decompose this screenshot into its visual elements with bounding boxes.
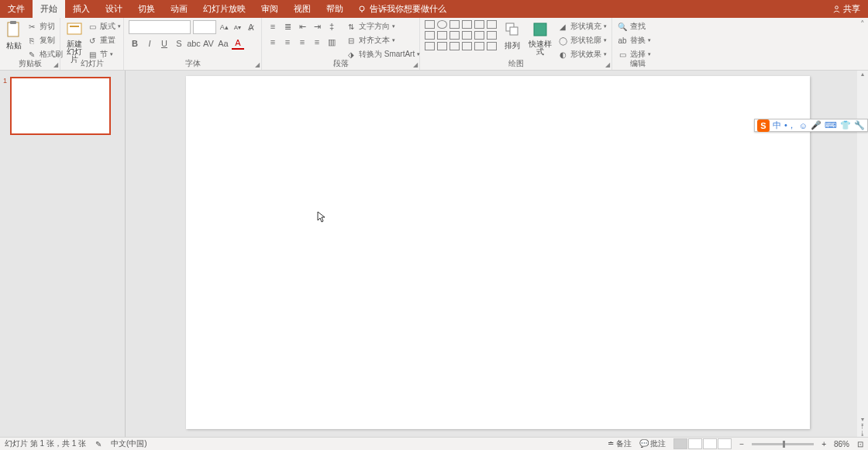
paragraph-dialog-launcher[interactable]: ◢ xyxy=(413,61,418,68)
reading-view-button[interactable] xyxy=(703,438,717,449)
arrange-icon xyxy=(505,22,520,37)
paste-label: 粘贴 xyxy=(6,40,22,51)
shape-outline-button[interactable]: ◯形状轮廓▾ xyxy=(557,34,607,47)
ime-emoji-icon[interactable]: ☺ xyxy=(799,121,808,130)
reset-button[interactable]: ↺重置 xyxy=(87,34,121,47)
shape-fill-button[interactable]: ◢形状填充▾ xyxy=(557,20,607,33)
paragraph-group-label: 段落 xyxy=(262,58,419,69)
svg-rect-5 xyxy=(67,23,81,34)
increase-font-button[interactable]: A▴ xyxy=(219,21,229,33)
font-color-button[interactable]: A xyxy=(232,37,244,50)
font-family-input[interactable] xyxy=(129,20,191,34)
slide-1[interactable] xyxy=(186,76,810,429)
share-button[interactable]: 共享 xyxy=(832,3,860,15)
drawing-dialog-launcher[interactable]: ◢ xyxy=(605,61,610,68)
bold-button[interactable]: B xyxy=(129,37,141,50)
ime-skin-icon[interactable]: 👕 xyxy=(840,120,851,130)
zoom-out-button[interactable]: − xyxy=(739,440,744,448)
layout-icon: ▭ xyxy=(87,21,98,32)
tell-me-search[interactable]: 告诉我你想要做什么 xyxy=(357,3,446,15)
arrange-label: 排列 xyxy=(505,40,520,51)
language-status[interactable]: 中文(中国) xyxy=(111,438,147,449)
clipboard-dialog-launcher[interactable]: ◢ xyxy=(53,61,58,68)
svg-rect-4 xyxy=(10,21,16,24)
text-shadow-button[interactable]: abc xyxy=(188,37,200,50)
ime-mic-icon[interactable]: 🎤 xyxy=(811,120,822,130)
comments-button[interactable]: 💬 批注 xyxy=(639,438,666,449)
find-button[interactable]: 🔍查找 xyxy=(617,20,651,33)
slide-canvas-area[interactable] xyxy=(126,71,857,437)
tab-animation[interactable]: 动画 xyxy=(163,0,195,18)
sorter-view-button[interactable] xyxy=(688,438,702,449)
clipboard-icon xyxy=(5,20,22,39)
scissors-icon: ✂ xyxy=(26,21,37,32)
font-dialog-launcher[interactable]: ◢ xyxy=(255,61,260,68)
zoom-slider[interactable] xyxy=(752,443,814,445)
svg-rect-6 xyxy=(70,26,79,27)
underline-button[interactable]: U xyxy=(158,37,170,50)
align-center-button[interactable]: ≡ xyxy=(281,36,294,48)
fit-to-window-button[interactable]: ⊡ xyxy=(857,440,863,448)
zoom-level[interactable]: 86% xyxy=(834,440,849,448)
change-case-button[interactable]: Aa xyxy=(217,37,229,50)
tab-slideshow[interactable]: 幻灯片放映 xyxy=(195,0,253,18)
tab-review[interactable]: 审阅 xyxy=(253,0,286,18)
slide-counter: 幻灯片 第 1 张，共 1 张 xyxy=(5,438,86,449)
outline-icon: ◯ xyxy=(557,35,568,46)
justify-button[interactable]: ≡ xyxy=(311,36,323,48)
italic-button[interactable]: I xyxy=(143,37,156,50)
clear-formatting-button[interactable]: A̷ xyxy=(246,21,257,33)
ime-language-toggle[interactable]: 中 xyxy=(773,119,781,131)
scroll-up-button[interactable]: ▴ xyxy=(861,71,864,78)
tab-file[interactable]: 文件 xyxy=(0,0,33,18)
align-left-button[interactable]: ≡ xyxy=(267,36,279,48)
ime-keyboard-icon[interactable]: ⌨ xyxy=(825,120,837,130)
bullets-button[interactable]: ≡ xyxy=(267,20,279,33)
align-text-button[interactable]: ⊟对齐文本▾ xyxy=(346,34,420,47)
decrease-font-button[interactable]: A▾ xyxy=(232,21,243,33)
tab-view[interactable]: 视图 xyxy=(286,0,319,18)
reset-icon: ↺ xyxy=(87,35,98,46)
font-size-input[interactable] xyxy=(193,20,216,34)
ime-punct-icon[interactable]: •， xyxy=(784,119,796,131)
find-icon: 🔍 xyxy=(617,21,628,32)
replace-button[interactable]: ab替换▾ xyxy=(617,34,651,47)
text-direction-button[interactable]: ⇅文字方向▾ xyxy=(346,20,420,33)
line-spacing-button[interactable]: ‡ xyxy=(326,20,338,33)
tab-help[interactable]: 帮助 xyxy=(319,0,351,18)
ime-settings-icon[interactable]: 🔧 xyxy=(854,120,865,130)
quick-styles-icon xyxy=(532,22,548,37)
notes-button[interactable]: ≐ 备注 xyxy=(608,438,632,449)
numbering-button[interactable]: ≣ xyxy=(281,20,294,33)
drawing-group-label: 绘图 xyxy=(420,58,611,69)
ime-toolbar[interactable]: S 中 •， ☺ 🎤 ⌨ 👕 🔧 xyxy=(754,119,868,132)
spellcheck-status[interactable]: ✎ xyxy=(95,440,102,448)
svg-point-0 xyxy=(360,6,364,11)
cut-button[interactable]: ✂剪切 xyxy=(26,20,63,33)
zoom-in-button[interactable]: + xyxy=(822,440,826,448)
ime-logo-icon: S xyxy=(757,119,770,132)
copy-button[interactable]: ⎘复制 xyxy=(26,34,63,47)
tab-home[interactable]: 开始 xyxy=(33,0,65,18)
collapse-ribbon-button[interactable]: ˄ xyxy=(857,18,868,70)
svg-point-2 xyxy=(835,6,839,9)
slide-thumbnail-pane[interactable]: 1 xyxy=(0,71,126,437)
quick-styles-label: 快速样式 xyxy=(527,40,554,56)
columns-button[interactable]: ▥ xyxy=(326,36,338,48)
scroll-down-button[interactable]: ▾ xyxy=(861,416,864,423)
share-label: 共享 xyxy=(843,3,860,15)
align-right-button[interactable]: ≡ xyxy=(296,36,308,48)
next-slide-button[interactable]: ⭳ xyxy=(859,430,866,437)
tab-insert[interactable]: 插入 xyxy=(65,0,98,18)
strikethrough-button[interactable]: S xyxy=(173,37,185,50)
increase-indent-button[interactable]: ⇥ xyxy=(311,20,323,33)
slide-thumbnail-1[interactable] xyxy=(10,77,111,135)
tab-design[interactable]: 设计 xyxy=(98,0,130,18)
char-spacing-button[interactable]: AV xyxy=(202,37,215,50)
prev-slide-button[interactable]: ⭱ xyxy=(859,423,866,430)
normal-view-button[interactable] xyxy=(673,438,687,449)
tab-transition[interactable]: 切换 xyxy=(130,0,163,18)
layout-button[interactable]: ▭版式▾ xyxy=(87,20,121,33)
slideshow-view-button[interactable] xyxy=(718,438,732,449)
decrease-indent-button[interactable]: ⇤ xyxy=(296,20,308,33)
